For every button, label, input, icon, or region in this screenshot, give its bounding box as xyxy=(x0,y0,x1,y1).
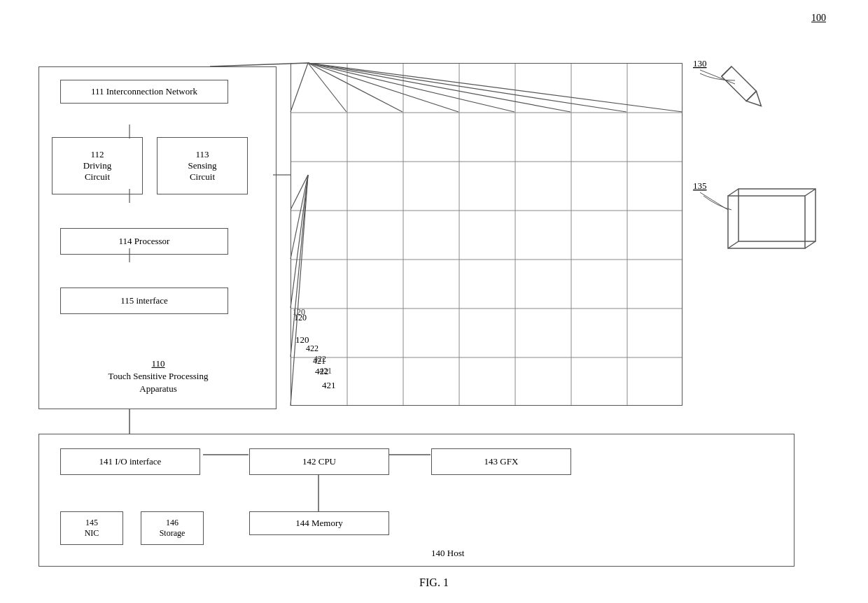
ref-100: 100 xyxy=(811,13,826,24)
diagram-container: 100 111 Interconnection Network 112Drivi… xyxy=(0,0,868,603)
nic-label: 145NIC xyxy=(85,518,99,538)
block-interface: 115 interface xyxy=(60,288,228,314)
svg-marker-14 xyxy=(746,91,766,111)
block-processor: 114 Processor xyxy=(60,228,228,255)
apparatus-text: Touch Sensitive ProcessingApparatus xyxy=(108,371,209,394)
host-label: 140 Host xyxy=(431,548,464,559)
ref-130-label: 130 xyxy=(693,58,707,69)
processor-label: 114 Processor xyxy=(119,236,170,246)
block-interconnection: 111 Interconnection Network xyxy=(60,80,228,104)
block-memory: 144 Memory xyxy=(249,511,389,535)
svg-line-16 xyxy=(700,192,728,210)
interface-label: 115 interface xyxy=(120,295,168,306)
gfx-label: 143 GFX xyxy=(484,456,519,467)
block-gfx: 143 GFX xyxy=(431,448,571,475)
fig-caption: FIG. 1 xyxy=(0,576,868,589)
fig-caption-text: FIG. 1 xyxy=(419,576,449,588)
block-sensing: 113SensingCircuit xyxy=(157,137,248,194)
block-nic: 145NIC xyxy=(60,511,123,545)
svg-rect-17 xyxy=(728,196,805,248)
svg-line-15 xyxy=(722,66,732,76)
block-driving: 112DrivingCircuit xyxy=(52,137,143,194)
io-label: 141 I/O interface xyxy=(99,456,162,467)
block-cpu: 142 CPU xyxy=(249,448,389,475)
memory-label: 144 Memory xyxy=(295,518,343,528)
storage-label: 146Storage xyxy=(160,518,186,538)
host-label-text: 140 Host xyxy=(431,548,464,558)
interconnection-label: 111 Interconnection Network xyxy=(91,86,197,97)
touch-panel xyxy=(290,63,682,406)
apparatus-label: 110 Touch Sensitive ProcessingApparatus xyxy=(50,357,267,396)
block-io: 141 I/O interface xyxy=(60,448,200,475)
ref-135-label: 135 xyxy=(693,180,707,191)
host-panel: 141 I/O interface 142 CPU 143 GFX 145NIC… xyxy=(38,434,794,567)
cpu-label: 142 CPU xyxy=(302,456,336,467)
svg-line-12 xyxy=(700,70,735,84)
svg-rect-13 xyxy=(722,66,756,101)
svg-line-19 xyxy=(728,189,738,196)
svg-line-21 xyxy=(728,241,738,248)
svg-rect-18 xyxy=(738,189,816,241)
grid-svg xyxy=(291,64,682,405)
driving-label: 112DrivingCircuit xyxy=(83,149,111,182)
apparatus-ref: 110 xyxy=(151,358,164,369)
driving-sensing-row: 112DrivingCircuit 113SensingCircuit xyxy=(52,137,262,194)
svg-line-20 xyxy=(805,189,816,196)
sensing-label: 113SensingCircuit xyxy=(188,149,216,182)
block-storage: 146Storage xyxy=(141,511,204,545)
left-panel: 111 Interconnection Network 112DrivingCi… xyxy=(38,66,276,409)
svg-line-22 xyxy=(805,241,816,248)
